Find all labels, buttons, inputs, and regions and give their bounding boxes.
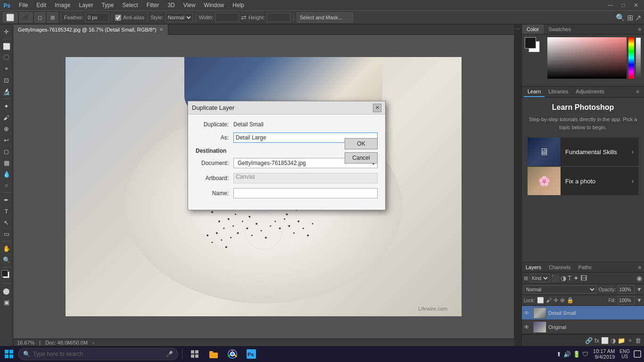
tab-adjustments[interactable]: Adjustments [572,87,608,97]
eyedropper-tool[interactable]: 🔬 [1,86,12,97]
brush-tool[interactable]: 🖌 [1,112,12,123]
taskbar-app-explorer-btn[interactable] [186,347,203,361]
quick-select-tool[interactable]: ⌖ [1,64,12,74]
eraser-tool[interactable]: ◻ [1,146,12,156]
tab-layers[interactable]: Layers [522,263,545,272]
dialog-close-button[interactable]: ✕ [373,104,381,112]
filter-toggle[interactable]: ◉ [636,274,642,282]
tab-swatches[interactable]: Swatches [544,25,576,34]
fill-arrow[interactable]: ▼ [636,297,642,304]
shape-tool[interactable]: ▭ [1,229,12,239]
fill-input[interactable] [618,296,635,304]
color-swatch[interactable] [1,270,12,280]
taskbar-app-file-explorer[interactable] [205,347,222,361]
panel-collapse-icon[interactable]: ⋮ [515,26,521,32]
learn-panel-menu[interactable]: ≡ [634,87,642,97]
width-input[interactable] [215,13,239,22]
antivirus-icon[interactable]: 🛡 [582,351,588,358]
lock-artboard-icon[interactable]: ⊕ [560,297,565,304]
learn-card-fixphoto[interactable]: 🌸 Fix a photo › [528,167,638,195]
lock-transparent-icon[interactable]: ⬜ [537,297,544,304]
color-panel-menu[interactable]: ≡ [636,25,644,34]
volume-icon[interactable]: 🔊 [563,351,571,358]
path-select-tool[interactable]: ↖ [1,217,12,228]
menu-window[interactable]: Window [200,1,228,9]
layer-visibility-icon-1[interactable]: 👁 [524,310,531,316]
text-tool[interactable]: T [1,206,12,216]
ok-button[interactable]: OK [345,138,378,149]
menu-select[interactable]: Select [118,1,141,9]
style-select[interactable]: Normal [165,13,193,22]
language-indicator[interactable]: ENG US [619,349,630,359]
swap-icon[interactable]: ⇄ [241,14,247,21]
antialias-checkbox[interactable] [115,15,121,21]
healing-brush-tool[interactable]: ✦ [1,101,12,111]
move-tool[interactable]: ✛ [1,26,12,37]
link-layers-icon[interactable]: 🔗 [585,337,593,344]
filter-smart-icon[interactable]: 🎞 [580,274,587,282]
clock-display[interactable]: 10:17 AM 9/4/2019 [593,348,615,360]
layer-visibility-icon-2[interactable]: 👁 [524,324,531,330]
tab-color[interactable]: Color [522,25,544,34]
filter-shape-icon[interactable]: ✦ [573,274,579,282]
color-spectrum[interactable] [547,37,627,83]
tab-libraries[interactable]: Libraries [545,87,572,97]
height-input[interactable] [267,13,290,22]
marquee-tool[interactable]: ⬜ [1,41,12,51]
lock-all-icon[interactable]: 🔒 [567,297,574,304]
color-fg-bg[interactable] [525,37,544,56]
window-close[interactable]: ✕ [630,1,642,9]
lock-image-icon[interactable]: 🖌 [546,297,552,304]
alpha-slider[interactable] [636,37,641,79]
layer-row-detail-small[interactable]: 👁 Detail Small [522,306,644,320]
filter-type-icon[interactable]: T [568,274,572,282]
delete-layer-icon[interactable]: 🗑 [635,337,641,344]
quick-mask-icon[interactable]: ⬤ [1,286,12,296]
pen-tool[interactable]: ✒ [1,195,12,205]
stamp-tool[interactable]: ⊕ [1,123,12,134]
adjustment-layer-icon[interactable]: ◑ [611,337,616,344]
document-tab[interactable]: GettyImages-76185342.jpg @ 16.7% (Detail… [13,25,168,35]
menu-filter[interactable]: Filter [143,1,163,9]
menu-edit[interactable]: Edit [33,1,50,9]
screen-mode-icon[interactable]: ▣ [1,297,12,307]
tool-mode-a[interactable]: ⬛ [19,12,33,23]
tab-close-button[interactable]: ✕ [159,27,163,32]
battery-icon[interactable]: 🔋 [573,351,580,358]
hand-tool[interactable]: ✋ [1,243,12,254]
history-brush-tool[interactable]: ↩ [1,135,12,145]
new-layer-icon[interactable]: ＋ [627,336,633,345]
window-maximize[interactable]: □ [618,1,629,9]
menu-view[interactable]: View [180,1,199,9]
blend-mode-select[interactable]: Normal [524,285,596,294]
name-input[interactable] [233,188,378,198]
taskbar-app-photoshop[interactable]: Ps [243,347,260,361]
windows-button[interactable] [2,347,16,361]
tool-rect-marquee[interactable]: ⬜ [3,12,17,23]
zoom-tool[interactable]: 🔍 [1,255,12,265]
feather-input[interactable] [85,13,109,22]
lasso-tool[interactable]: 〇 [1,52,12,63]
cancel-button[interactable]: Cancel [345,152,378,164]
hue-slider[interactable] [628,37,634,79]
select-mask-button[interactable]: Select and Mask... [297,12,353,23]
tab-paths[interactable]: Paths [575,263,595,272]
layer-kind-select[interactable]: Kind [529,274,550,282]
taskbar-app-chrome[interactable] [224,347,241,361]
opacity-input[interactable] [618,285,635,294]
tool-mode-b[interactable]: ◻ [34,12,45,23]
layer-effects-icon[interactable]: fx [594,337,599,344]
notification-button[interactable] [633,349,642,359]
tool-mode-c[interactable]: ⊞ [47,12,58,23]
menu-3d[interactable]: 3D [164,1,178,9]
search-icon[interactable]: 🔍 [616,13,625,22]
blur-tool[interactable]: 💧 [1,169,12,179]
learn-card-fundamental[interactable]: 🖥 Fundamental Skills › [528,138,638,166]
share-icon[interactable]: ↗ [635,13,641,22]
expand-icon[interactable]: › [92,340,94,346]
window-minimize[interactable]: — [604,1,617,9]
crop-tool[interactable]: ⊡ [1,75,12,85]
group-layers-icon[interactable]: 📁 [618,337,625,344]
lock-position-icon[interactable]: ✛ [553,297,558,304]
menu-type[interactable]: Type [98,1,117,9]
